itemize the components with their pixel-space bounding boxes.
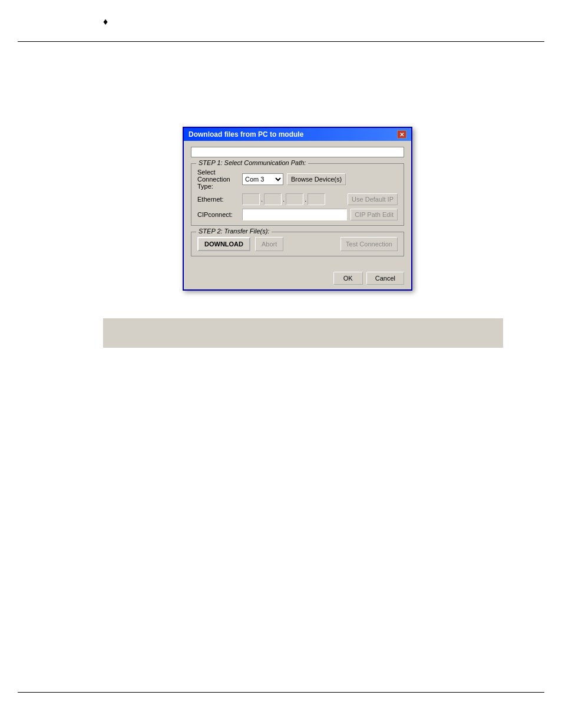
dialog-window: Download files from PC to module ✕ STEP … xyxy=(183,127,412,291)
step2-buttons-row: DOWNLOAD Abort Test Connection xyxy=(197,237,398,251)
cipconnect-label: CIPconnect: xyxy=(197,211,239,218)
info-box xyxy=(103,318,503,348)
dialog-titlebar: Download files from PC to module ✕ xyxy=(184,128,411,141)
ip-dot-2: . xyxy=(283,196,285,203)
connection-type-row: Select Connection Type: Com 3 Browse Dev… xyxy=(197,169,398,190)
ip-octet-1[interactable] xyxy=(242,193,260,205)
use-default-ip-button[interactable]: Use Default IP xyxy=(348,193,398,205)
test-connection-button[interactable]: Test Connection xyxy=(340,237,398,251)
dialog-close-button[interactable]: ✕ xyxy=(397,130,406,139)
ip-address-fields: . . . xyxy=(242,193,344,205)
ethernet-row: Ethernet: . . . Use Default IP xyxy=(197,193,398,205)
dialog-footer: OK Cancel xyxy=(184,268,411,289)
connection-type-label: Select Connection Type: xyxy=(197,169,239,190)
bottom-divider xyxy=(18,692,544,693)
ethernet-label: Ethernet: xyxy=(197,196,239,203)
bullet-point: ♦ xyxy=(103,17,108,27)
dialog-body: STEP 1: Select Communication Path: Selec… xyxy=(184,141,411,268)
ok-button[interactable]: OK xyxy=(333,272,363,285)
step1-group: STEP 1: Select Communication Path: Selec… xyxy=(191,163,404,226)
ip-octet-3[interactable] xyxy=(286,193,303,205)
browse-devices-button[interactable]: Browse Device(s) xyxy=(287,173,346,185)
top-divider xyxy=(18,41,544,42)
step2-group: STEP 2: Transfer File(s): DOWNLOAD Abort… xyxy=(191,232,404,256)
download-dialog: Download files from PC to module ✕ STEP … xyxy=(183,127,412,291)
cipconnect-input[interactable] xyxy=(242,209,347,220)
ip-dot-1: . xyxy=(261,196,263,203)
progress-bar xyxy=(191,147,404,157)
dialog-title: Download files from PC to module xyxy=(189,130,303,139)
connection-type-select[interactable]: Com 3 xyxy=(242,173,283,185)
abort-button[interactable]: Abort xyxy=(255,237,283,251)
ip-octet-4[interactable] xyxy=(308,193,325,205)
download-button[interactable]: DOWNLOAD xyxy=(197,237,250,251)
ip-octet-2[interactable] xyxy=(264,193,282,205)
step1-group-label: STEP 1: Select Communication Path: xyxy=(196,159,308,166)
step2-group-label: STEP 2: Transfer File(s): xyxy=(196,228,272,235)
cip-path-edit-button[interactable]: CIP Path Edit xyxy=(351,209,398,220)
cancel-button[interactable]: Cancel xyxy=(366,272,404,285)
cipconnect-row: CIPconnect: CIP Path Edit xyxy=(197,209,398,220)
ip-dot-3: . xyxy=(305,196,306,203)
